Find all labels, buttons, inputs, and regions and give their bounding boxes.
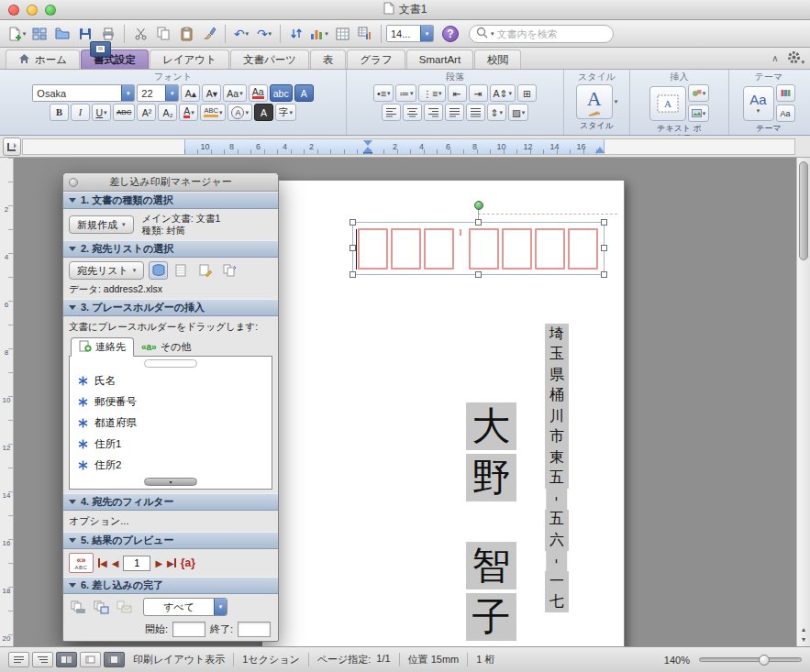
font-color-button[interactable]: A▾ (179, 104, 198, 121)
section-1-header[interactable]: 1. 文書の種類の選択 (63, 192, 278, 209)
filter-options-button[interactable]: オプション... (69, 515, 128, 526)
open-data-source-button[interactable] (149, 261, 168, 280)
styles-button[interactable]: A (576, 84, 613, 119)
underline-button[interactable]: U▾ (92, 104, 111, 121)
enclose-characters-button[interactable]: A (294, 84, 314, 102)
new-document-button[interactable]: ▾ (6, 22, 28, 46)
edit-data-source-button[interactable] (172, 261, 192, 280)
placeholder-item-address1[interactable]: 住所1 (70, 434, 272, 455)
align-left-button[interactable] (382, 104, 401, 121)
cut-button[interactable] (129, 22, 151, 46)
horizontal-ruler[interactable]: 108642 246810121416 (22, 138, 795, 155)
superscript-button[interactable]: A² (137, 104, 156, 121)
tab-table[interactable]: 表 (310, 50, 347, 69)
tab-contacts[interactable]: 連絡先 (71, 337, 134, 357)
tab-document-parts[interactable]: 文書パーツ (230, 50, 309, 69)
panel-title-bar[interactable]: 差し込み印刷マネージャー (63, 173, 278, 192)
distribute-text-button[interactable] (466, 104, 485, 121)
postal-digit-box[interactable] (469, 228, 499, 270)
search-box[interactable]: ▾ (469, 25, 614, 43)
phonetic-guide-button[interactable]: 字▾ (275, 104, 296, 121)
address-merge-field[interactable]: 埼玉県桶川市東五-五六-一七 (545, 324, 569, 612)
subscript-button[interactable]: A₂ (158, 104, 177, 121)
tab-stop-selector[interactable] (3, 138, 21, 156)
resize-handle-n[interactable] (475, 219, 482, 226)
tab-home[interactable]: ホーム (6, 50, 80, 69)
vertical-scrollbar[interactable]: ▴ ▾ (796, 158, 810, 646)
section-2-header[interactable]: 2. 宛先リストの選択 (63, 240, 278, 258)
minimize-window-button[interactable] (27, 5, 38, 16)
ribbon-settings-button[interactable]: ▾ (787, 50, 804, 66)
clear-formatting-button[interactable]: Aa (249, 84, 268, 102)
section-6-header[interactable]: 6. 差し込みの完了 (63, 577, 278, 594)
resize-handle-e[interactable] (601, 245, 607, 251)
reverse-text-button[interactable]: A (254, 104, 273, 121)
borders-shading-button[interactable]: ▨▾ (508, 104, 528, 121)
theme-colors-button[interactable] (776, 84, 795, 102)
insert-picture-button[interactable]: ▾ (688, 105, 710, 122)
indent-marker[interactable] (363, 140, 372, 155)
section-4-header[interactable]: 4. 宛先のフィルター (63, 493, 278, 511)
postal-digit-box[interactable] (391, 228, 421, 270)
decrease-indent-button[interactable]: ⇤ (448, 84, 467, 102)
zoom-slider-thumb[interactable] (759, 655, 770, 666)
placeholder-item-name[interactable]: 氏名 (70, 370, 272, 391)
tab-smartart[interactable]: SmartArt (406, 50, 473, 69)
section-5-header[interactable]: 5. 結果のプレビュー (63, 532, 278, 549)
view-merged-data-toggle[interactable]: «» ABC (69, 553, 94, 573)
document-area[interactable]: 埼玉県桶川市東五-五六-一七 大野智子 差し込み印刷マネージャー 1. 文書の種… (14, 158, 796, 646)
format-painter-button[interactable] (198, 22, 220, 46)
copy-button[interactable] (152, 22, 174, 46)
envelope-page[interactable]: 埼玉県桶川市東五-五六-一七 大野智子 (261, 180, 625, 646)
resize-handle-w[interactable] (350, 245, 356, 251)
recipient-name-merge-field[interactable]: 大野智子 (466, 402, 516, 644)
draft-view-button[interactable] (8, 652, 29, 667)
scroll-up-button[interactable]: ▴ (802, 626, 805, 633)
bold-button[interactable]: B (50, 104, 69, 121)
outline-view-button[interactable] (32, 652, 53, 667)
notebook-layout-view-button[interactable] (80, 652, 101, 667)
postal-digit-box[interactable] (424, 228, 454, 270)
grow-font-button[interactable]: A▴ (181, 84, 200, 102)
increase-indent-button[interactable]: ⇥ (469, 84, 488, 102)
datasheet-button[interactable] (354, 22, 376, 46)
ribbon-font-size-combo[interactable]: 22▾ (137, 84, 179, 102)
vertical-ruler[interactable]: 2468101214161820 (0, 158, 14, 646)
gallery-button[interactable] (28, 22, 50, 46)
text-box-button[interactable]: A (649, 86, 686, 121)
create-new-button[interactable]: 新規作成▾ (69, 215, 134, 234)
merge-to-email-button[interactable] (115, 598, 134, 616)
resize-handle-nw[interactable] (350, 219, 356, 226)
undo-button[interactable]: ↶▾ (230, 22, 252, 46)
redo-button[interactable]: ↷▾ (253, 22, 275, 46)
font-size-combo[interactable]: 14...▾ (386, 25, 434, 42)
bullets-button[interactable]: •≡▾ (373, 84, 394, 102)
collapse-ribbon-button[interactable]: ∧ (771, 53, 778, 63)
first-record-button[interactable]: ◀ (98, 558, 107, 568)
previous-record-button[interactable]: ◀ (112, 558, 119, 568)
zoom-window-button[interactable] (45, 5, 56, 16)
resize-handle-se[interactable] (601, 271, 607, 278)
print-layout-view-button[interactable] (90, 41, 111, 57)
themes-button[interactable]: Aa ▾ (743, 86, 774, 121)
character-shading-button[interactable]: abc (270, 84, 293, 102)
next-record-button[interactable]: ▶ (155, 558, 162, 568)
navigation-button[interactable] (285, 22, 307, 46)
open-button[interactable] (51, 22, 73, 46)
focus-view-button[interactable] (104, 652, 125, 667)
placeholder-item-prefecture[interactable]: 都道府県 (70, 413, 272, 434)
placeholder-item-address2[interactable]: 住所2 (70, 455, 272, 476)
placeholder-item-postal-code[interactable]: 郵便番号 (70, 391, 272, 413)
section-indicator[interactable]: 1セクション (242, 653, 299, 666)
tab-review[interactable]: 校閲 (474, 50, 521, 69)
postal-digit-box[interactable] (568, 228, 598, 270)
italic-button[interactable]: I (71, 104, 90, 121)
merge-range-popup[interactable]: すべて ▾ (143, 598, 227, 616)
document-search-input[interactable] (497, 28, 598, 39)
resize-handle-sw[interactable] (350, 271, 356, 278)
record-number-input[interactable] (123, 556, 150, 571)
postal-digit-box[interactable] (502, 228, 532, 270)
merge-start-input[interactable] (172, 622, 205, 637)
page-indicator[interactable]: ページ指定: 1/1 (317, 653, 391, 666)
scrollbar-thumb[interactable] (799, 161, 808, 260)
